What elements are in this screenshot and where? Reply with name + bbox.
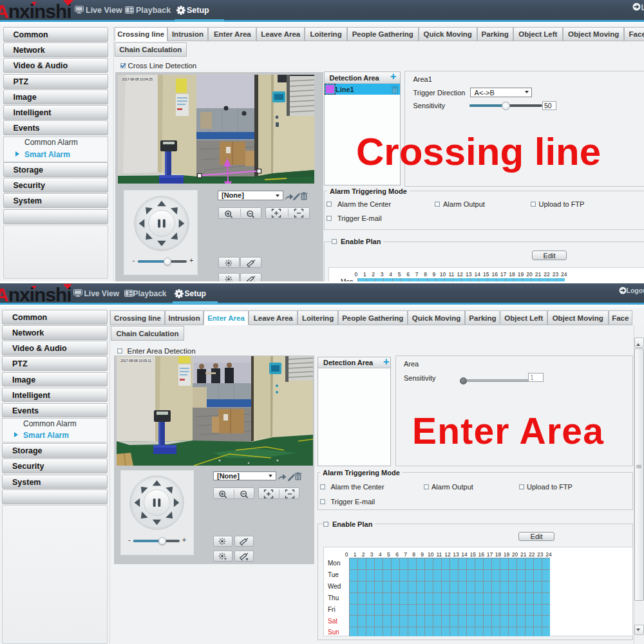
svg-text:2017-08-08 10:04:25: 2017-08-08 10:04:25 (122, 77, 153, 81)
svg-text:2017-08-08 10:05:11: 2017-08-08 10:05:11 (120, 359, 151, 363)
